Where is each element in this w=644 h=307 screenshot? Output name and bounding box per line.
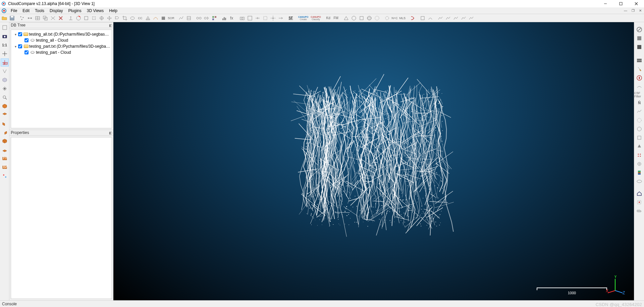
m3c2-button4[interactable] [460, 14, 467, 22]
poisson-plugin-button[interactable] [635, 142, 643, 150]
tree-node[interactable]: ▾testing_part.txt (D:/Pycharm/files/3D-s… [12, 43, 111, 49]
ransac-plugin-button[interactable] [635, 151, 643, 159]
sor-filter-button[interactable]: SOR [167, 14, 175, 22]
menu-display[interactable]: Display [47, 7, 65, 14]
segment-button[interactable] [113, 14, 121, 22]
pcv-plugin-button[interactable] [635, 134, 643, 142]
zoom-refresh-button[interactable] [1, 67, 9, 75]
compass-n-button[interactable]: N̂ [635, 99, 643, 107]
fit-button[interactable] [129, 14, 136, 22]
auto-pick-center-button[interactable]: auto [1, 58, 9, 67]
level-button[interactable] [254, 14, 261, 22]
sf-arithmetic-button[interactable]: fx [228, 14, 236, 22]
window-close-button[interactable] [629, 0, 644, 7]
merge-button[interactable] [49, 14, 57, 22]
ellipse-plugin-button[interactable] [635, 177, 643, 185]
animation-plugin-button[interactable] [635, 56, 643, 64]
mdi-close-button[interactable]: ✕ [637, 8, 644, 14]
facets-button[interactable] [342, 14, 350, 22]
menu-help[interactable]: Help [106, 7, 120, 14]
window-maximize-button[interactable] [613, 0, 629, 7]
expand-icon[interactable]: ▾ [14, 33, 17, 36]
histogram-button[interactable] [221, 14, 228, 22]
zoom-button[interactable] [1, 93, 9, 101]
save-button[interactable] [8, 14, 16, 22]
crop-button[interactable] [121, 14, 128, 22]
cloud-mesh-dist-button[interactable] [203, 14, 210, 22]
mls-plugin-button[interactable]: MLS [399, 14, 406, 22]
snapshot-button[interactable] [1, 32, 9, 40]
dbtree-body[interactable]: ▾testing_all.txt (D:/Pycharm/files/3D-se… [11, 30, 112, 128]
compass-plugin-button[interactable] [635, 74, 643, 82]
pick-rotation-center-button[interactable] [1, 50, 9, 58]
visibility-checkbox[interactable] [18, 44, 22, 48]
cc-button[interactable]: CC [137, 14, 144, 22]
nc-plugin-button[interactable]: N+C [391, 14, 398, 22]
edl-shader-button[interactable] [635, 34, 643, 42]
menu-edit[interactable]: Edit [20, 7, 32, 14]
fullscreen-button[interactable] [1, 24, 9, 32]
top-view-button[interactable] [1, 111, 9, 119]
no-filter-button[interactable] [635, 26, 643, 34]
menu-plugins[interactable]: Plugins [65, 7, 84, 14]
pcl-plugin-button[interactable] [635, 125, 643, 133]
cross-section-button[interactable] [185, 14, 193, 22]
sf-editor-button[interactable]: SF [287, 14, 294, 22]
m3c2-button3[interactable] [452, 14, 460, 22]
dock-float-icon[interactable]: ◧ [109, 131, 112, 135]
sra-plugin-button[interactable] [635, 160, 643, 168]
home-plugin-button[interactable] [635, 189, 643, 198]
camera-params-button[interactable] [238, 14, 246, 22]
menu-3dviews[interactable]: 3D Views [84, 7, 106, 14]
properties-header[interactable]: Properties ◧ [9, 130, 113, 136]
pcv-button[interactable] [383, 14, 391, 22]
front-labeled-button[interactable]: FRONT [1, 155, 9, 163]
globe-button[interactable] [366, 14, 373, 22]
virtual-broom-button[interactable] [635, 198, 643, 206]
animation-button[interactable] [409, 14, 416, 22]
iso-view-button[interactable] [1, 76, 9, 84]
m3c2-button1[interactable] [437, 14, 444, 22]
primitive-button[interactable] [160, 14, 167, 22]
expand-icon[interactable]: ▾ [14, 45, 17, 48]
global-shift-button[interactable] [277, 14, 284, 22]
menu-tools[interactable]: Tools [32, 7, 47, 14]
facets-plugin-button[interactable] [635, 169, 643, 177]
csf-plugin-button[interactable] [635, 83, 643, 91]
delaunay-button[interactable] [144, 14, 152, 22]
normals-button[interactable] [67, 14, 74, 22]
sra-button[interactable] [427, 14, 434, 22]
side-view-button[interactable] [1, 128, 9, 136]
autopick-center-button[interactable] [269, 14, 277, 22]
hpr-button[interactable] [635, 107, 643, 116]
stereogram-button[interactable] [350, 14, 358, 22]
dbtree-header[interactable]: DB Tree ◧ [9, 22, 113, 28]
fm-plugin-button[interactable]: FM [332, 14, 340, 22]
tree-node[interactable]: testing_all - Cloud [12, 37, 111, 43]
ssao-shader-button[interactable] [635, 43, 643, 51]
poisson-button[interactable] [152, 14, 159, 22]
dock-float-icon[interactable]: ◧ [109, 24, 112, 27]
export-button[interactable] [358, 14, 365, 22]
bottom-view-button[interactable] [1, 146, 9, 154]
tree-node[interactable]: testing_part - Cloud [12, 49, 111, 55]
m3c2-button5[interactable] [468, 14, 475, 22]
m3c2-plugin-button[interactable] [635, 116, 643, 124]
cloud-icon-button[interactable] [635, 207, 643, 215]
point-pair-registration-button[interactable] [26, 14, 34, 22]
mesh-plugin-button[interactable] [373, 14, 381, 22]
back-view-button[interactable] [1, 137, 9, 145]
toggle-viewer-button[interactable] [246, 14, 254, 22]
set-bbox-button[interactable] [262, 14, 269, 22]
octree-button[interactable] [83, 14, 90, 22]
global-zoom-button[interactable] [1, 102, 9, 110]
visibility-checkbox[interactable] [18, 32, 22, 36]
window-minimize-button[interactable] [598, 0, 613, 7]
canupo-create-button[interactable]: CANUPOCreate [297, 16, 309, 20]
console-panel[interactable]: Console [0, 300, 644, 307]
tree-node[interactable]: ▾testing_all.txt (D:/Pycharm/files/3D-se… [12, 31, 111, 37]
translate-rotate-button[interactable] [106, 14, 113, 22]
menu-file[interactable]: File [8, 7, 20, 14]
pick-point-list-button[interactable] [18, 14, 26, 22]
broom-plugin-button[interactable] [635, 65, 643, 73]
